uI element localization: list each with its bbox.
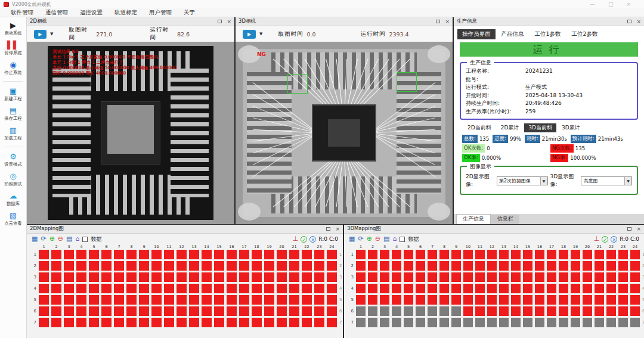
menu-item[interactable]: 轨道标定 <box>109 8 143 17</box>
mapping-cell <box>404 284 413 293</box>
sidebar-item-label: 设置模式 <box>4 161 21 167</box>
zoom-out-icon[interactable]: ⊖ <box>375 235 380 243</box>
zoom-in-icon[interactable]: ⊕ <box>367 235 372 243</box>
mapping-cell <box>606 284 616 293</box>
close-panel-icon[interactable]: × <box>227 19 231 24</box>
column-header: 15 <box>214 244 224 249</box>
sidebar-item-new-project[interactable]: ▣新建工程 <box>0 86 27 102</box>
save-image-icon[interactable]: ▤ <box>383 235 389 243</box>
close-panel-icon[interactable]: × <box>335 227 340 232</box>
close-circle-icon[interactable]: × <box>309 236 316 243</box>
bottom-tab-生产信息[interactable]: 生产信息 <box>456 214 491 224</box>
menu-item[interactable]: 用户管理 <box>143 8 178 17</box>
camera-source-button[interactable]: ▶ <box>34 30 47 39</box>
counter-tab-2D当前料[interactable]: 2D当前料 <box>463 123 496 132</box>
zoom-in-icon[interactable]: ⊕ <box>49 235 55 243</box>
tab-产品信息[interactable]: 产品信息 <box>497 29 529 39</box>
mapping-cell <box>252 306 262 316</box>
mapping-cell <box>535 250 544 259</box>
overlay-line: 直径 0.000000 最小阈值 50.000000 最大阈值 499.0000… <box>52 65 177 70</box>
sidebar-item-play-circle[interactable]: ▶启动系统 <box>0 21 27 36</box>
check-circle-icon[interactable]: ✓ <box>602 236 608 243</box>
mapping-cell <box>289 261 299 271</box>
menu-item[interactable]: 软件管理 <box>5 8 39 17</box>
mapping-cell <box>89 284 99 293</box>
mapping-cell <box>571 306 580 316</box>
pan-icon[interactable]: ⟳ <box>358 235 363 243</box>
mapping-cell <box>89 306 99 316</box>
sidebar-item-save-project[interactable]: ▤保存工程 <box>0 106 27 122</box>
close-panel-icon[interactable]: × <box>636 227 641 232</box>
minimize-button[interactable]: — <box>590 1 595 7</box>
close-button[interactable]: × <box>626 1 631 7</box>
stats-row-1: 总数: 135 进度: 99% 耗时: 21min30s 预计耗时: 21min… <box>454 134 644 143</box>
tab-工位1参数[interactable]: 工位1参数 <box>530 29 566 39</box>
mapping-cell <box>214 306 224 316</box>
menu-item[interactable]: 通信管理 <box>39 8 74 17</box>
grid-icon[interactable]: ▦ <box>32 235 38 243</box>
row-label: 6 <box>348 309 354 314</box>
mapping-grid: 0123456789101112131415161718192021222324… <box>27 244 343 329</box>
mapping-cell <box>475 250 485 259</box>
data-checkbox[interactable] <box>400 237 405 242</box>
chevron-down-icon[interactable]: ▼ <box>259 32 262 36</box>
check-circle-icon[interactable]: ✓ <box>301 236 307 243</box>
float-panel-icon[interactable] <box>436 20 440 23</box>
chevron-down-icon[interactable]: ▼ <box>50 32 53 36</box>
camera-3d-image-area[interactable]: NG <box>236 42 453 224</box>
sidebar-item-load-project[interactable]: ▥加载工程 <box>0 126 27 141</box>
maximize-button[interactable]: □ <box>608 1 614 7</box>
axis-icon[interactable]: ⊥ <box>293 235 299 243</box>
counter-tab-3D当前料[interactable]: 3D当前料 <box>524 123 556 132</box>
save-image-icon[interactable]: ▤ <box>66 235 72 243</box>
sidebar-item-point-cloud[interactable]: ▧点云查看 <box>0 211 27 227</box>
menu-item[interactable]: 运控设置 <box>74 8 109 17</box>
tab-工位2参数[interactable]: 工位2参数 <box>567 29 603 39</box>
counter-tab-2D累计[interactable]: 2D累计 <box>497 123 524 132</box>
mapping-cell <box>227 318 237 327</box>
chevron-down-icon: ▼ <box>540 177 547 185</box>
camera-2d-image-area[interactable]: 测试结果 NG单元 1 Die 1 芯片灰度值 0.000000 不在合格范围内… <box>27 42 234 224</box>
close-panel-icon[interactable]: × <box>636 19 641 24</box>
info-field: 生产效率(片/小时):259 <box>466 108 632 116</box>
float-panel-icon[interactable] <box>627 227 631 231</box>
float-panel-icon[interactable] <box>326 227 330 231</box>
tab-操作员界面[interactable]: 操作员界面 <box>457 29 496 39</box>
sidebar-item-camera-test[interactable]: ◎拍照测试 <box>0 172 27 187</box>
column-header: 1 <box>356 244 366 249</box>
home-view-icon[interactable]: ⌂ <box>392 235 397 243</box>
column-header: 6 <box>416 244 425 249</box>
mapping-cell <box>368 284 377 293</box>
mapping-cell <box>214 295 224 305</box>
float-panel-icon[interactable] <box>218 20 222 23</box>
mapping-cell <box>126 272 137 282</box>
sidebar-item-settings-mode[interactable]: ⚙设置模式 <box>0 152 27 168</box>
sidebar-item-stop-circle[interactable]: ◉停止系统 <box>0 60 27 76</box>
display-2d-select[interactable]: 第2次拍摄图像 ▼ <box>497 176 548 185</box>
progress-label: 进度: <box>493 135 508 143</box>
mapping-cell <box>327 306 337 316</box>
camera-source-button[interactable]: ▶ <box>243 30 256 39</box>
close-circle-icon[interactable]: × <box>611 236 617 243</box>
mapping-cell <box>39 295 49 305</box>
mapping-cell <box>164 284 174 293</box>
float-panel-icon[interactable] <box>627 20 631 23</box>
display-3d-select[interactable]: 高度图 ▼ <box>581 176 632 185</box>
mapping-cell <box>630 306 640 316</box>
sidebar-item-label: 数据库 <box>7 200 20 206</box>
counter-tab-3D累计[interactable]: 3D累计 <box>558 123 584 132</box>
sidebar-item-database-cloud[interactable]: ☁数据库 <box>0 191 27 207</box>
grid-icon[interactable]: ▦ <box>349 235 355 243</box>
mapping-cell <box>511 261 521 271</box>
home-view-icon[interactable]: ⌂ <box>75 235 79 243</box>
menu-item[interactable]: 关于 <box>178 8 201 17</box>
axis-icon[interactable]: ⊥ <box>594 235 600 243</box>
zoom-out-icon[interactable]: ⊖ <box>58 235 63 243</box>
mapping-cell <box>523 272 532 282</box>
data-checkbox[interactable] <box>82 237 88 242</box>
bottom-tab-信息栏[interactable]: 信息栏 <box>491 215 519 224</box>
new-project-icon: ▣ <box>10 86 17 95</box>
sidebar-item-pause[interactable]: ▌▌暂停系统 <box>0 41 27 56</box>
close-panel-icon[interactable]: × <box>445 19 450 24</box>
pan-icon[interactable]: ⟳ <box>41 235 46 243</box>
